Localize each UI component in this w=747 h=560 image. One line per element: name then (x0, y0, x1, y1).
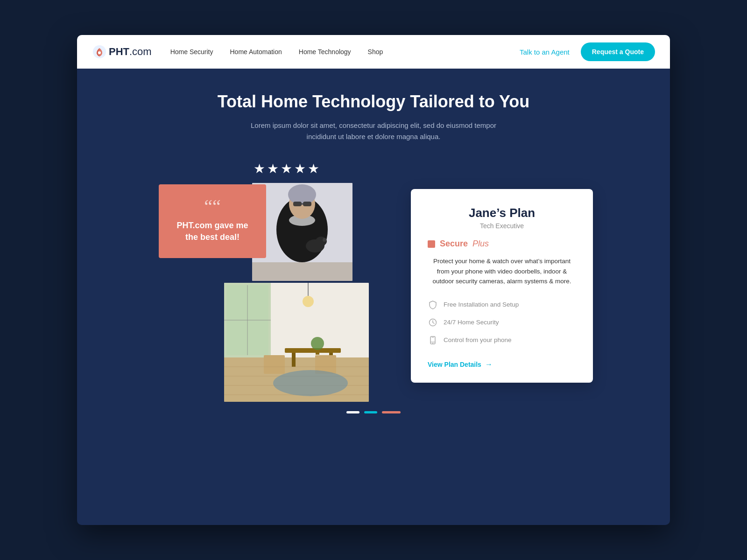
plan-description: Protect your home & watch over what’s im… (428, 256, 576, 287)
logo-icon (92, 44, 107, 59)
tier-label: Secure (440, 239, 468, 249)
plan-tier: Secure Plus (428, 239, 576, 249)
nav-shop[interactable]: Shop (368, 48, 383, 56)
view-plan-arrow: → (485, 360, 493, 369)
svg-point-21 (303, 296, 314, 307)
phone-control-icon (428, 335, 438, 345)
svg-rect-27 (316, 350, 319, 355)
svg-rect-28 (264, 355, 285, 374)
plan-role: Tech Executive (428, 222, 576, 230)
star-rating: ★★★★★ (154, 161, 416, 176)
logo-wordmark: PHT.com (109, 46, 152, 58)
room-image (224, 283, 369, 402)
nav-home-technology[interactable]: Home Technology (299, 48, 351, 56)
content-area: ★★★★★ ““ PHT.com gave me the best deal! (96, 161, 651, 402)
nav-home-automation[interactable]: Home Automation (230, 48, 282, 56)
svg-rect-23 (285, 348, 341, 353)
dot-1[interactable] (346, 411, 359, 413)
feature-phone: Control from your phone (428, 331, 576, 349)
navbar: PHT.com Home Security Home Automation Ho… (77, 35, 670, 69)
dot-2[interactable] (364, 411, 377, 413)
clock-icon (428, 317, 438, 328)
feature-installation: Free Installation and Setup (428, 296, 576, 314)
view-plan-label: View Plan Details (428, 361, 481, 368)
hero-subtitle: Lorem ipsum dolor sit amet, consectetur … (243, 120, 504, 142)
nav-right-actions: Talk to an Agent Request a Quote (520, 42, 655, 61)
testimonial-card: ““ PHT.com gave me the best deal! (159, 184, 266, 258)
hero-section: Total Home Technology Tailored to You Lo… (77, 69, 670, 446)
svg-point-38 (432, 343, 433, 343)
plan-features-list: Free Installation and Setup 24/7 Home Se… (428, 296, 576, 349)
nav-links: Home Security Home Automation Home Techn… (170, 48, 520, 56)
dot-3[interactable] (382, 411, 401, 413)
shield-icon (428, 300, 438, 310)
svg-point-8 (288, 184, 316, 205)
feature-phone-text: Control from your phone (444, 336, 512, 343)
feature-installation-text: Free Installation and Setup (444, 301, 519, 308)
logo[interactable]: PHT.com (92, 44, 152, 59)
carousel-dots (96, 411, 651, 418)
svg-rect-10 (303, 202, 311, 206)
svg-point-26 (311, 337, 324, 350)
feature-247-text: 24/7 Home Security (444, 319, 499, 326)
nav-home-security[interactable]: Home Security (170, 48, 213, 56)
tier-icon (428, 240, 435, 248)
plan-name: Jane’s Plan (428, 206, 576, 220)
svg-point-14 (323, 238, 326, 242)
left-section: ★★★★★ ““ PHT.com gave me the best deal! (154, 161, 416, 402)
request-quote-button[interactable]: Request a Quote (581, 42, 655, 61)
plan-card: Jane’s Plan Tech Executive Secure Plus P… (411, 189, 593, 383)
tier-plus: Plus (472, 239, 489, 249)
svg-rect-4 (252, 262, 352, 281)
hero-title: Total Home Technology Tailored to You (96, 92, 651, 112)
svg-rect-9 (293, 202, 302, 206)
view-plan-link[interactable]: View Plan Details → (428, 360, 576, 369)
quote-mark: ““ (172, 199, 253, 214)
svg-point-34 (273, 370, 348, 396)
person-image (252, 183, 352, 281)
browser-window: PHT.com Home Security Home Automation Ho… (77, 35, 670, 525)
talk-to-agent-link[interactable]: Talk to an Agent (520, 48, 570, 56)
svg-rect-24 (292, 353, 296, 367)
feature-247: 24/7 Home Security (428, 314, 576, 331)
testimonial-text: PHT.com gave me the best deal! (172, 220, 253, 243)
svg-point-1 (98, 51, 101, 54)
